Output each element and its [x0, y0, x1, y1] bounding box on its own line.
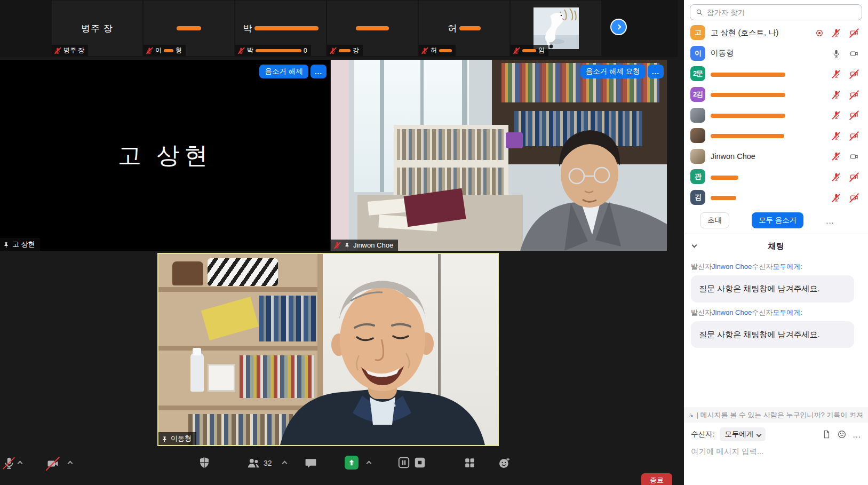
muted-mic-icon — [832, 28, 841, 37]
share-screen-button[interactable] — [345, 456, 359, 470]
pin-icon — [3, 240, 10, 248]
search-input[interactable] — [707, 9, 857, 17]
more-options-button[interactable]: ... — [826, 216, 834, 225]
audio-options-chevron[interactable] — [18, 462, 22, 465]
pause-recording-button[interactable] — [397, 456, 411, 470]
avatar-photo — [690, 128, 705, 143]
collapse-chat-chevron[interactable] — [692, 243, 697, 248]
gallery-thumbnail-2[interactable]: 이형 — [144, 1, 234, 56]
gallery-strip: 병주 장 병주 장 이형 박 박0 강 — [0, 0, 678, 57]
participant-row[interactable]: 2문 — [684, 63, 868, 84]
muted-mic-icon — [832, 131, 841, 140]
muted-mic-icon — [237, 47, 245, 54]
redaction-blob — [339, 49, 351, 52]
stop-recording-button[interactable] — [413, 456, 427, 470]
redaction-blob — [711, 134, 784, 138]
video-name-tag: 고 상현 — [0, 238, 40, 251]
participant-row[interactable] — [684, 105, 868, 125]
end-meeting-button[interactable]: 종료 — [641, 473, 672, 485]
smiley-plus-icon — [497, 456, 512, 470]
participants-icon — [246, 456, 260, 470]
file-icon — [822, 430, 831, 439]
recipient-selector[interactable]: 모두에게 — [720, 427, 766, 441]
request-unmute-button[interactable]: 음소거 해제 요청 — [580, 65, 646, 78]
participant-row[interactable]: 2김 — [684, 84, 868, 105]
mic-icon — [832, 49, 841, 58]
emoji-button[interactable] — [837, 430, 847, 439]
gallery-thumbnail-6[interactable]: 임 — [511, 1, 601, 56]
security-button[interactable] — [198, 456, 211, 469]
home-office-scene — [158, 254, 498, 445]
video-options-chevron[interactable] — [68, 462, 72, 465]
attach-file-button[interactable] — [822, 430, 831, 439]
participant-search[interactable] — [690, 4, 862, 20]
participant-big-name: 고 상현 — [118, 140, 212, 171]
muted-mic-icon — [329, 47, 337, 54]
office-scene — [331, 60, 667, 251]
muted-mic-icon — [146, 47, 153, 54]
gallery-thumbnail-1[interactable]: 병주 장 병주 장 — [52, 1, 142, 56]
chat-more-button[interactable]: ... — [853, 430, 861, 439]
next-page-button[interactable] — [611, 20, 626, 34]
stop-icon — [413, 456, 427, 470]
muted-camera-icon — [849, 172, 859, 181]
chat-message: 발신자Jinwon Choe수신자모두에게: 질문 사항은 채팅창에 남겨주세요… — [684, 308, 868, 348]
gallery-thumbnail-4[interactable]: 강 — [327, 1, 418, 56]
chat-message: 발신자Jinwon Choe수신자모두에게: 질문 사항은 채팅창에 남겨주세요… — [684, 262, 868, 303]
participant-name: Jinwon Choe — [711, 152, 826, 161]
participant-row-host[interactable]: 고 고 상현 (호스트, 나) — [684, 22, 868, 43]
video-name-tag: Jinwon Choe — [331, 240, 398, 251]
apps-button[interactable] — [463, 456, 476, 470]
video-tile-go-sanghyun[interactable]: 고 상현 음소거 해제 ... 고 상현 — [0, 60, 330, 251]
gallery-thumbnail-5[interactable]: 허 허 — [419, 1, 509, 56]
share-screen-icon — [345, 456, 359, 470]
redaction-blob — [459, 26, 481, 30]
chevron-right-icon — [616, 25, 622, 30]
chat-bubble-icon — [304, 457, 317, 470]
chevron-down-icon — [756, 432, 762, 437]
participant-row[interactable]: 관 — [684, 166, 868, 187]
muted-camera-icon — [849, 28, 859, 37]
video-tile-lee-donghyung-pinned[interactable]: 이동형 — [157, 253, 499, 446]
camera-icon — [849, 49, 859, 58]
more-options-button[interactable]: ... — [310, 65, 327, 78]
pause-icon — [397, 456, 411, 470]
avatar: 김 — [690, 190, 705, 205]
chat-privacy-notice: | 메시지를 볼 수 있는 사람은 누구입니까? 기록이 켜져 — [684, 407, 868, 423]
mute-button[interactable] — [2, 456, 16, 470]
participant-name-tag: 병주 장 — [52, 45, 88, 56]
mute-all-button[interactable]: 모두 음소거 — [752, 212, 803, 228]
invite-button[interactable]: 초대 — [700, 212, 729, 228]
muted-camera-icon — [849, 69, 859, 78]
participant-row-jinwon[interactable]: Jinwon Choe — [684, 146, 868, 167]
redaction-blob — [711, 73, 785, 77]
gallery-thumbnail-3[interactable]: 박 박0 — [235, 1, 326, 56]
search-icon — [695, 8, 704, 17]
participant-row[interactable] — [684, 125, 868, 146]
avatar: 관 — [690, 169, 705, 184]
reactions-button[interactable] — [497, 456, 512, 470]
participants-chevron[interactable] — [283, 462, 286, 465]
redaction-blob — [254, 26, 318, 30]
recipient-label: 수신자: — [691, 430, 714, 439]
participants-button[interactable]: 32 — [246, 456, 272, 470]
participants-chat-panel: 고 고 상현 (호스트, 나) 이 이동형 2문 — [684, 0, 868, 485]
muted-mic-icon — [832, 172, 841, 181]
more-options-button[interactable]: ... — [648, 65, 664, 78]
participant-row[interactable]: 이 이동형 — [684, 43, 868, 64]
start-video-button[interactable] — [45, 457, 61, 470]
chat-message-input[interactable] — [691, 447, 861, 456]
zoom-meeting-window: 병주 장 병주 장 이형 박 박0 강 — [0, 0, 868, 485]
redaction-blob — [256, 49, 301, 52]
participant-row[interactable]: 김 — [684, 187, 868, 208]
muted-mic-icon — [54, 47, 61, 54]
share-options-chevron[interactable] — [367, 462, 371, 465]
pin-icon — [344, 241, 351, 249]
shield-icon — [198, 456, 211, 469]
video-tile-jinwon-choe[interactable]: 음소거 해제 요청 ... Jinwon Choe — [331, 60, 667, 251]
muted-mic-icon — [2, 456, 16, 470]
message-bubble: 질문 사항은 채팅창에 남겨주세요. — [691, 275, 854, 303]
chat-button[interactable] — [304, 457, 317, 470]
unmute-button[interactable]: 음소거 해제 — [259, 65, 308, 78]
participant-name: 이동형 — [711, 48, 826, 58]
